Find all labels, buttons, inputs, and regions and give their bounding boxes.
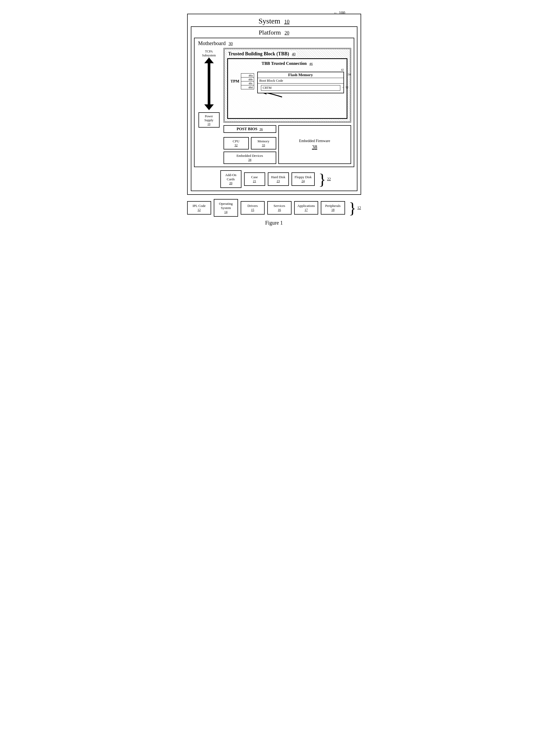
figure-caption: Figure 1 — [187, 220, 361, 226]
boot-block-label: Boot Block Code — [258, 78, 343, 84]
crtm-ref: ← 52 — [342, 86, 348, 89]
right-content: Trusted Building Block (TBB) 40 TBB Trus… — [224, 48, 351, 164]
platform-label: Platform 20 — [194, 29, 354, 36]
floppy-disk-box: Floppy Disk 24 — [292, 172, 315, 186]
motherboard-inner: TCPASubsystem Power Supply 19 — [197, 48, 351, 164]
tpm-section: TPM 48a 48b 48c 48d — [231, 73, 254, 89]
tpm-reg-48c: 48c — [241, 81, 254, 85]
tpm-reg-48d: 48d — [241, 85, 254, 89]
case-box: Case 21 — [244, 172, 265, 186]
tbb-tc-box: TBB Trusted Connection 46 — [227, 58, 347, 119]
tbb-label: Trusted Building Block (TBB) 40 — [227, 51, 297, 57]
post-bios-label: POST BIOS 36 — [226, 127, 274, 131]
tpm-label: TPM — [231, 79, 239, 84]
tbb-tc-label: TBB Trusted Connection 46 — [231, 61, 344, 66]
post-bios-right: Embedded Firmware 38 — [278, 125, 351, 164]
post-bios-box: POST BIOS 36 — [224, 125, 276, 133]
ref-42-label: 42 — [341, 68, 344, 71]
peripherals-box: Peripherals 18 — [321, 201, 345, 215]
platform-box: Platform 20 Motherboard 30 TCPASubsystem — [191, 26, 357, 191]
post-bios-left: POST BIOS 36 CPU 32 — [224, 125, 276, 164]
applications-box: Applications 17 — [294, 201, 318, 215]
flash-section: 42 Flash Memory 50 Boot Block Code — [257, 68, 344, 93]
motherboard-label: Motherboard 30 — [197, 40, 351, 46]
left-panel: TCPASubsystem Power Supply 19 — [197, 48, 221, 128]
page: ← 100 System 10 Platform 20 Motherboard … — [182, 5, 366, 231]
drivers-box: Drivers 15 — [241, 201, 265, 215]
brace-12: } 12 — [349, 200, 361, 216]
software-row: IPL Code 12 Operating System 14 Drivers … — [187, 199, 361, 217]
tbb-box: Trusted Building Block (TBB) 40 TBB Trus… — [224, 48, 351, 123]
arrow-up — [204, 57, 214, 63]
arrow-down — [204, 104, 214, 110]
flash-label: Flash Memory — [258, 72, 343, 78]
brace-22: } 22 — [318, 171, 331, 187]
post-bios-row: POST BIOS 36 CPU 32 — [224, 125, 351, 164]
cpu-box: CPU 32 — [224, 137, 249, 149]
system-box: System 10 Platform 20 Motherboard 30 TCP… — [187, 14, 361, 195]
addon-cards-box: Add-On Cards 20 — [220, 170, 241, 188]
flash-box: Flash Memory 50 Boot Block Code CRTM — [257, 72, 344, 93]
tpm-reg-48a: 48a — [241, 74, 254, 77]
embedded-devices-box: Embedded Devices 34 — [224, 152, 276, 164]
diagram-area: TPM 48a 48b 48c 48d — [231, 68, 344, 115]
ipl-code-box: IPL Code 12 — [187, 201, 211, 215]
tpm-registers: 48a 48b 48c 48d — [241, 73, 254, 89]
services-box: Services 16 — [267, 201, 292, 215]
embedded-firmware-box: Embedded Firmware 38 — [278, 125, 351, 164]
motherboard-box: Motherboard 30 TCPASubsystem Power Sup — [194, 38, 354, 167]
tcpa-label: TCPASubsystem — [202, 50, 216, 57]
memory-box: Memory 33 — [251, 137, 276, 149]
flash-ref-50: 50 — [348, 73, 351, 76]
power-supply-box: Power Supply 19 — [198, 112, 220, 128]
arrow-shaft — [208, 63, 210, 104]
cpu-memory-row: CPU 32 Memory 33 — [224, 137, 276, 149]
hard-disk-box: Hard Disk 23 — [268, 172, 289, 186]
tpm-reg-48b: 48b — [241, 77, 254, 81]
crtm-box: CRTM ← 52 — [261, 85, 340, 91]
os-box: Operating System 14 — [214, 199, 238, 217]
system-label: System 10 — [191, 17, 357, 25]
tcpa-arrow-container — [204, 57, 214, 110]
